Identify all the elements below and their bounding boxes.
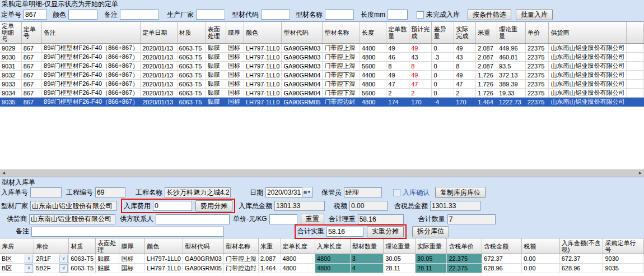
cell[interactable] <box>627 53 644 62</box>
horizontal-scrollbar[interactable]: ◄ ► <box>0 169 644 177</box>
column-header[interactable]: 含税金额 <box>482 238 522 254</box>
cell[interactable]: 5B2F∨ <box>34 264 69 273</box>
cell[interactable]: 449.96 <box>497 44 525 53</box>
cell[interactable]: GA90GRM04 <box>282 71 323 80</box>
table-row[interactable]: B区∨2R1F∨6063-T5贴膜国标LH797-1LL0GA90GRM03门带… <box>0 254 644 264</box>
column-header[interactable]: 定单明细号 <box>0 22 21 44</box>
cell[interactable]: 49 <box>386 71 409 80</box>
cell[interactable] <box>627 44 644 53</box>
cell[interactable]: 89#门框型材F26-F40（866+867） <box>42 98 141 107</box>
cell[interactable]: 4400 <box>360 71 386 80</box>
column-header[interactable]: 实际重量 <box>415 238 447 254</box>
cell[interactable]: 贴膜 <box>206 98 226 107</box>
total-with-tax-input[interactable] <box>430 201 480 211</box>
cell[interactable]: 国标 <box>226 98 244 107</box>
cell[interactable]: 山东南山铝业股份有限公司 <box>549 80 627 89</box>
cell[interactable]: 6063-T5 <box>177 62 206 71</box>
total-qty-input[interactable] <box>447 214 496 224</box>
cell[interactable]: 19.33 <box>497 89 525 98</box>
cell[interactable]: 6063-T5 <box>177 89 206 98</box>
fee-apportion-button[interactable]: 费用分摊 <box>195 200 232 211</box>
cell[interactable]: 1.464 <box>258 264 281 273</box>
cell[interactable]: 2020/01/13 <box>141 62 177 71</box>
cell[interactable]: 49 <box>454 44 476 53</box>
cell[interactable]: 国标 <box>226 71 244 80</box>
column-header[interactable]: 税额 <box>522 238 560 254</box>
reset-button[interactable]: 重置 <box>301 214 324 225</box>
cell[interactable]: 389.39 <box>497 80 525 89</box>
cell[interactable]: 89#门框型材F26-F40（866+867） <box>42 89 141 98</box>
cell[interactable]: 28.11 <box>384 264 416 273</box>
cell[interactable]: 2020/01/13 <box>141 98 177 107</box>
cell[interactable]: 山东南山铝业股份有限公司 <box>549 44 627 53</box>
cell[interactable]: 8 <box>386 62 409 71</box>
cell[interactable]: 国标 <box>226 62 244 71</box>
cell[interactable]: 49 <box>409 71 432 80</box>
cell[interactable]: 6063-T5 <box>177 53 206 62</box>
cell[interactable]: 9035 <box>0 98 21 107</box>
tax-input[interactable] <box>349 201 388 211</box>
column-header[interactable]: 差异量 <box>432 22 454 44</box>
cell[interactable]: 3 <box>350 254 383 264</box>
cell[interactable]: 22375 <box>525 89 549 98</box>
table-row[interactable]: 903186789#门框型材F26-F40（866+867）2020/01/13… <box>0 62 644 71</box>
cell[interactable]: -3 <box>432 53 454 62</box>
cell[interactable]: 贴膜 <box>206 62 226 71</box>
column-header[interactable]: 膜厚 <box>119 238 145 254</box>
cell[interactable]: 门带腔上滑 <box>323 53 360 62</box>
column-header[interactable]: 入库金额(不含税) <box>559 238 603 254</box>
cell[interactable]: LH797-1LL0 <box>244 80 282 89</box>
cell[interactable]: GA90GRM04 <box>282 89 323 98</box>
cell[interactable]: 山东南山铝业股份有限公司 <box>549 62 627 71</box>
column-header[interactable]: 入库长度 <box>315 238 350 254</box>
cell[interactable]: 国标 <box>226 53 244 62</box>
keeper-input[interactable] <box>344 187 382 197</box>
inbound-fee-input[interactable] <box>153 201 192 211</box>
manufacturer-filter-input[interactable] <box>196 10 225 20</box>
cell[interactable]: 460.81 <box>497 53 525 62</box>
unfinished-inbound-checkbox[interactable] <box>417 11 424 19</box>
cell[interactable]: 9029 <box>0 44 21 53</box>
supplier-input[interactable] <box>29 214 115 224</box>
table-row[interactable]: B区∨5B2F∨6063-T5贴膜国标LH797-1LL0GA90GRM05门带… <box>0 264 644 273</box>
cell[interactable]: 170 <box>409 98 432 107</box>
table-row[interactable]: 903586789#门框型材F26-F40（866+867）2020/01/13… <box>0 98 644 107</box>
cell[interactable]: 2 <box>409 89 432 98</box>
cell[interactable]: 1222.73 <box>497 98 525 107</box>
column-header[interactable]: 颜色 <box>145 238 183 254</box>
cell[interactable]: 6063-T5 <box>177 98 206 107</box>
date-input[interactable] <box>265 187 302 197</box>
cell[interactable]: 9032 <box>0 71 21 80</box>
scrollbar-track[interactable] <box>7 169 637 177</box>
cell[interactable]: 46 <box>386 53 409 62</box>
order-no-filter-input[interactable] <box>24 10 47 20</box>
cell[interactable]: 628.96 <box>482 264 522 273</box>
column-header[interactable]: 预计完成 <box>409 22 432 44</box>
cell[interactable]: 9031 <box>0 62 21 71</box>
dropdown-arrow-icon[interactable]: ∨ <box>59 264 68 273</box>
supplier-contact-input[interactable] <box>156 214 230 224</box>
cell[interactable]: 2.087 <box>476 53 497 62</box>
cell[interactable]: 867 <box>21 80 41 89</box>
cell[interactable]: 93.5 <box>497 62 525 71</box>
cell[interactable] <box>627 62 644 71</box>
cell[interactable]: LH797-1LL0 <box>244 89 282 98</box>
cell[interactable]: 4800 <box>360 53 386 62</box>
column-header[interactable]: 型材名称 <box>323 22 360 44</box>
cell[interactable]: LH797-1LL0 <box>145 254 183 264</box>
cell[interactable]: 628.96 <box>559 264 603 273</box>
cell[interactable]: 9030 <box>603 254 644 264</box>
cell[interactable]: GA90GRM03 <box>282 62 323 71</box>
cell[interactable]: 2.087 <box>476 62 497 71</box>
column-header[interactable]: 型材代码 <box>282 22 323 44</box>
project-name-input[interactable] <box>165 187 231 197</box>
cell[interactable]: 9034 <box>0 89 21 98</box>
cell[interactable]: 2R1F∨ <box>34 254 69 264</box>
cell[interactable]: B区∨ <box>0 254 34 264</box>
cell[interactable]: 门带腔下滑 <box>323 80 360 89</box>
column-header[interactable]: 理论重量 <box>384 238 416 254</box>
cell[interactable]: 170 <box>454 98 476 107</box>
cell[interactable]: 22375 <box>525 62 549 71</box>
cell[interactable]: 0 <box>432 62 454 71</box>
cell[interactable]: 6063-T5 <box>177 44 206 53</box>
